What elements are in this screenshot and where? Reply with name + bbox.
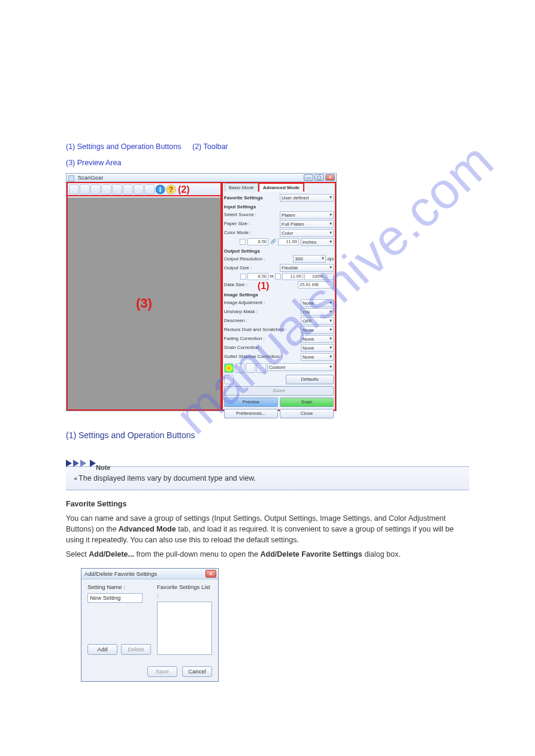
toolbar-button[interactable] bbox=[134, 184, 144, 195]
setting-name-input[interactable]: New Setting bbox=[87, 593, 143, 603]
scangear-title-text: ScanGear bbox=[78, 174, 104, 181]
tab-basic-mode[interactable]: Basic Mode bbox=[225, 183, 258, 192]
note-label: Note bbox=[90, 460, 96, 467]
reduce-dust-label: Reduce Dust and Scratches : bbox=[224, 326, 286, 333]
save-button[interactable]: Save bbox=[147, 666, 177, 677]
zoom-button[interactable]: Zoom bbox=[224, 386, 334, 396]
setting-name-label: Setting Name : bbox=[87, 583, 151, 591]
output-size-label: Output Size : bbox=[224, 265, 252, 272]
image-adjustment-dropdown[interactable]: None bbox=[301, 299, 334, 307]
callout-3: (3) bbox=[136, 294, 152, 313]
fading-correction-label: Fading Correction : bbox=[224, 335, 265, 342]
favorite-list-label: Favorite Settings List : bbox=[157, 583, 212, 600]
cancel-button[interactable]: Cancel bbox=[182, 666, 212, 677]
reduce-dust-dropdown[interactable]: None bbox=[301, 326, 334, 334]
image-adjustment-label: Image Adjustment : bbox=[224, 299, 265, 306]
lock-icon[interactable] bbox=[240, 239, 246, 245]
output-resolution-dropdown[interactable]: 300 bbox=[293, 255, 326, 263]
favorite-settings-label: Favorite Settings bbox=[224, 195, 263, 202]
help-icon[interactable]: ? bbox=[166, 184, 176, 195]
toolbar-button[interactable] bbox=[101, 184, 111, 195]
favorite-settings-select[interactable]: User defined bbox=[280, 194, 334, 202]
add-button[interactable]: Add bbox=[87, 644, 117, 655]
select-source-label: Select Source : bbox=[224, 211, 256, 218]
section-heading-1: (1) Settings and Operation Buttons bbox=[66, 429, 469, 441]
toolbar-button[interactable] bbox=[123, 184, 133, 195]
output-settings-heading: Output Settings bbox=[224, 248, 334, 255]
scan-button[interactable]: Scan bbox=[280, 397, 334, 407]
descreen-dropdown[interactable]: OFF bbox=[301, 317, 334, 325]
unsharp-mask-dropdown[interactable]: ON bbox=[301, 308, 334, 316]
dpi-label: dpi bbox=[327, 255, 334, 263]
left-panel: i ? (2) (3) bbox=[67, 182, 222, 411]
output-resolution-label: Output Resolution : bbox=[224, 256, 265, 263]
select-source-dropdown[interactable]: Platen bbox=[280, 211, 334, 219]
grain-correction-dropdown[interactable]: None bbox=[301, 344, 334, 352]
favorite-settings-list[interactable] bbox=[157, 602, 212, 655]
toolbar-button[interactable] bbox=[69, 184, 79, 195]
lock-icon[interactable] bbox=[240, 274, 246, 280]
input-settings-heading: Input Settings bbox=[224, 204, 334, 211]
stepper-icon[interactable] bbox=[327, 273, 334, 280]
link-icon[interactable]: 🔗 bbox=[270, 238, 276, 245]
preferences-button[interactable]: Preferences... bbox=[224, 409, 278, 418]
toolbar-button[interactable] bbox=[112, 184, 122, 195]
toolbar: i ? (2) bbox=[67, 182, 222, 196]
image-settings-heading: Image Settings bbox=[224, 292, 334, 299]
minimize-button[interactable]: — bbox=[304, 174, 313, 181]
color-mode-dropdown[interactable]: Color bbox=[280, 229, 334, 237]
grain-correction-label: Grain Correction : bbox=[224, 344, 262, 351]
preview-area[interactable]: (3) bbox=[68, 198, 220, 409]
settings-panel: (1) Basic Mode Advanced Mode Favorite Se… bbox=[222, 182, 336, 411]
close-window-button[interactable]: ✕ bbox=[325, 174, 335, 181]
scangear-window: ScanGear — ▢ ✕ i ? bbox=[66, 173, 337, 411]
descreen-label: Descreen : bbox=[224, 317, 247, 324]
paper-size-label: Paper Size : bbox=[224, 220, 250, 227]
unsharp-mask-label: Unsharp Mask : bbox=[224, 308, 258, 315]
brightness-icon[interactable] bbox=[235, 363, 244, 373]
output-percent-field[interactable]: 100% bbox=[304, 273, 325, 280]
note-text: The displayed items vary by document typ… bbox=[74, 473, 461, 484]
output-height-field[interactable]: 11.69 bbox=[282, 273, 303, 280]
dialog-close-button[interactable]: ✕ bbox=[205, 570, 216, 578]
defaults-button[interactable]: Defaults bbox=[286, 375, 334, 384]
data-size-value: 25.61 MB bbox=[298, 281, 334, 289]
output-size-dropdown[interactable]: Flexible bbox=[280, 264, 334, 272]
toolbar-button[interactable] bbox=[144, 184, 155, 195]
link-preview-area[interactable]: (3) Preview Area bbox=[66, 159, 121, 167]
add-delete-favorite-dialog: Add/Delete Favorite Settings ✕ Setting N… bbox=[81, 568, 219, 682]
callout-1: (1) bbox=[258, 279, 270, 293]
color-adjust-icon[interactable] bbox=[224, 363, 234, 373]
lock-icon[interactable] bbox=[275, 274, 281, 280]
input-unit-dropdown[interactable]: inches bbox=[301, 238, 334, 246]
input-height-field[interactable]: 11.69 bbox=[278, 238, 299, 245]
histogram-icon[interactable] bbox=[246, 363, 255, 373]
custom-dropdown[interactable]: Custom bbox=[267, 363, 334, 371]
toolbar-button[interactable] bbox=[80, 184, 90, 195]
delete-button[interactable]: Delete bbox=[121, 644, 151, 655]
close-button[interactable]: Close bbox=[280, 409, 334, 418]
preview-button[interactable]: Preview bbox=[224, 397, 278, 407]
gutter-shadow-dropdown[interactable]: None bbox=[301, 353, 334, 361]
toolbar-button[interactable] bbox=[90, 184, 101, 195]
curve-icon[interactable] bbox=[256, 363, 266, 373]
callout-2: (2) bbox=[178, 183, 190, 196]
threshold-icon[interactable] bbox=[224, 375, 234, 384]
dialog-title-text: Add/Delete Favorite Settings bbox=[84, 570, 157, 577]
anchor-links: (1) Settings and Operation Buttons (2) T… bbox=[66, 141, 469, 153]
dialog-titlebar: Add/Delete Favorite Settings ✕ bbox=[81, 569, 218, 579]
favorite-settings-subhead: Favorite Settings bbox=[66, 499, 469, 509]
paper-size-dropdown[interactable]: Full Platen bbox=[280, 220, 334, 228]
maximize-button[interactable]: ▢ bbox=[315, 174, 324, 181]
link-toolbar[interactable]: (2) Toolbar bbox=[192, 142, 228, 151]
fav-para-1: You can name and save a group of setting… bbox=[66, 513, 469, 545]
input-width-field[interactable]: 8.50 bbox=[247, 238, 268, 245]
fading-correction-dropdown[interactable]: None bbox=[301, 335, 334, 343]
link-icon[interactable]: ⇔ bbox=[270, 273, 274, 280]
tab-advanced-mode[interactable]: Advanced Mode bbox=[258, 183, 304, 192]
scangear-titlebar: ScanGear — ▢ ✕ bbox=[67, 174, 336, 182]
info-icon[interactable]: i bbox=[155, 184, 165, 195]
gutter-shadow-label: Gutter Shadow Correction : bbox=[224, 353, 282, 360]
data-size-label: Data Size : bbox=[224, 281, 247, 289]
link-settings-buttons[interactable]: (1) Settings and Operation Buttons bbox=[66, 142, 181, 151]
